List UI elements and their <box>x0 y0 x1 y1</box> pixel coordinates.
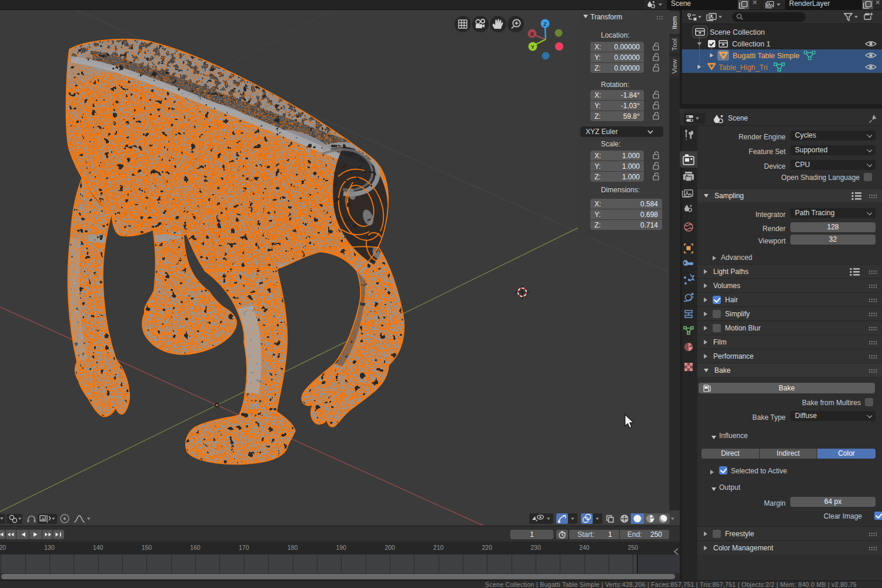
svg-text:Table_High_Tri: Table_High_Tri <box>719 64 768 72</box>
svg-text:Scene Collection: Scene Collection <box>710 28 765 36</box>
svg-text:Collection 1: Collection 1 <box>732 40 770 48</box>
svg-text:Bugatti Table Simple: Bugatti Table Simple <box>733 52 800 60</box>
